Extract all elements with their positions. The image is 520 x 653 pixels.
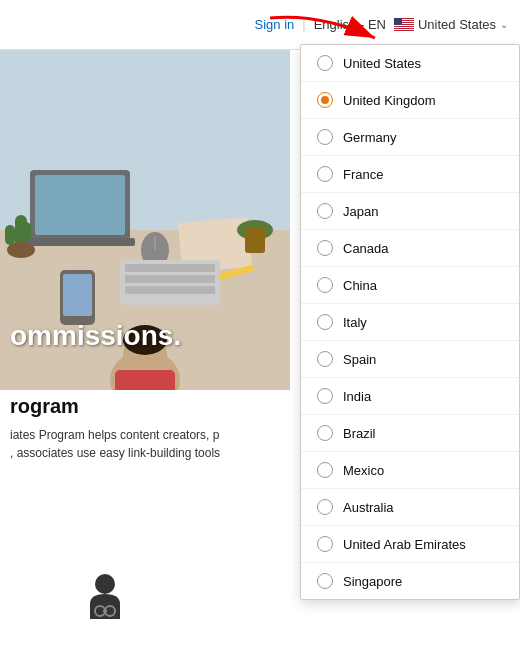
country-option[interactable]: United Arab Emirates [301,526,519,563]
country-selector[interactable]: United States ⌄ [394,17,508,32]
chevron-down-icon: ⌄ [500,19,508,30]
country-option[interactable]: Canada [301,230,519,267]
svg-rect-5 [394,27,414,28]
country-name: Germany [343,130,396,145]
country-option[interactable]: Australia [301,489,519,526]
country-dropdown: United StatesUnited KingdomGermanyFrance… [300,44,520,600]
radio-button [317,536,333,552]
country-name: Mexico [343,463,384,478]
svg-rect-28 [21,222,31,240]
country-option[interactable]: Spain [301,341,519,378]
country-option[interactable]: India [301,378,519,415]
radio-button [317,92,333,108]
country-name: India [343,389,371,404]
bottom-icon [80,569,130,633]
country-name: Italy [343,315,367,330]
svg-rect-25 [125,286,215,294]
country-name: China [343,278,377,293]
country-name: France [343,167,383,182]
country-option[interactable]: China [301,267,519,304]
svg-rect-27 [5,225,15,245]
radio-button [317,277,333,293]
svg-rect-7 [394,18,402,25]
radio-button [317,240,333,256]
country-option[interactable]: Germany [301,119,519,156]
radio-button [317,388,333,404]
radio-button [317,351,333,367]
language-selector[interactable]: English - EN [314,17,386,32]
radio-button [317,462,333,478]
svg-rect-6 [394,29,414,30]
radio-button [317,55,333,71]
radio-fill [321,96,329,104]
country-option[interactable]: Mexico [301,452,519,489]
radio-button [317,425,333,441]
country-option[interactable]: France [301,156,519,193]
country-name: United Arab Emirates [343,537,466,552]
country-option[interactable]: Brazil [301,415,519,452]
us-flag-icon [394,18,414,31]
svg-rect-19 [245,228,265,253]
country-name: United Kingdom [343,93,436,108]
country-option[interactable]: Japan [301,193,519,230]
country-name: Australia [343,500,394,515]
country-name: Spain [343,352,376,367]
svg-rect-23 [125,264,215,272]
country-name: Japan [343,204,378,219]
country-name: Brazil [343,426,376,441]
hero-text: ommissions. [10,320,181,352]
body-description: iates Program helps content creators, p … [10,426,295,462]
header-divider: | [302,17,305,32]
svg-rect-4 [394,25,414,26]
body-title: rogram [10,395,295,418]
svg-point-34 [95,574,115,594]
radio-button [317,129,333,145]
radio-button [317,166,333,182]
site-header: Sign in | English - EN United States ⌄ [0,0,520,50]
signin-link[interactable]: Sign in [255,17,295,32]
svg-rect-24 [125,275,215,283]
svg-rect-13 [25,238,135,246]
country-name: United States [343,56,421,71]
svg-rect-33 [115,370,175,390]
radio-button [317,499,333,515]
svg-point-29 [7,242,35,258]
svg-rect-12 [35,175,125,235]
country-label: United States [418,17,496,32]
hero-image: ommissions. [0,50,290,390]
svg-rect-21 [63,274,92,316]
country-name: Singapore [343,574,402,589]
radio-button [317,203,333,219]
radio-button [317,314,333,330]
body-content: rogram iates Program helps content creat… [10,395,295,462]
country-option[interactable]: Singapore [301,563,519,599]
country-option[interactable]: United States [301,45,519,82]
country-name: Canada [343,241,389,256]
radio-button [317,573,333,589]
country-option[interactable]: United Kingdom [301,82,519,119]
country-option[interactable]: Italy [301,304,519,341]
